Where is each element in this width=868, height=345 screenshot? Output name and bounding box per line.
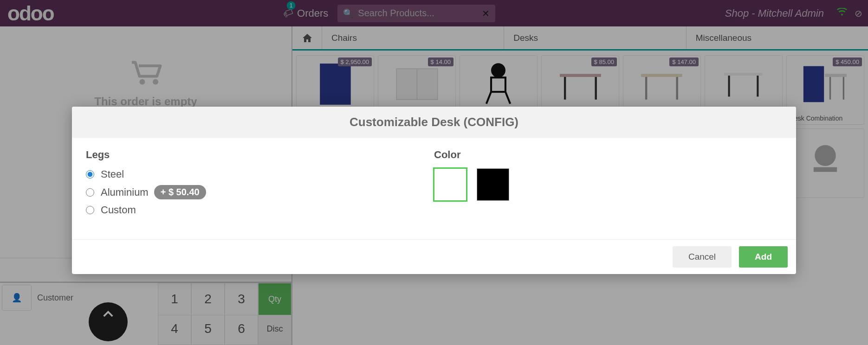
legs-option-steel[interactable]: Steel bbox=[86, 168, 434, 180]
legs-option-custom[interactable]: Custom bbox=[86, 204, 434, 216]
color-swatch-white[interactable] bbox=[434, 168, 466, 201]
color-swatch-black[interactable] bbox=[477, 168, 509, 201]
cancel-button[interactable]: Cancel bbox=[673, 246, 732, 268]
legs-radio-custom[interactable] bbox=[86, 206, 94, 214]
color-attribute: Color bbox=[434, 149, 782, 221]
legs-radio-steel[interactable] bbox=[86, 170, 94, 179]
add-button[interactable]: Add bbox=[739, 246, 788, 268]
color-heading: Color bbox=[434, 149, 782, 161]
modal-title: Customizable Desk (CONFIG) bbox=[72, 107, 796, 138]
aluminium-extra-cost: + $ 50.40 bbox=[154, 185, 206, 199]
legs-option-aluminium[interactable]: Aluminium + $ 50.40 bbox=[86, 185, 434, 199]
legs-heading: Legs bbox=[86, 149, 434, 161]
legs-attribute: Legs Steel Aluminium + $ 50.40 Custom bbox=[86, 149, 434, 221]
modal-overlay[interactable]: Customizable Desk (CONFIG) Legs Steel Al… bbox=[0, 0, 868, 345]
product-config-modal: Customizable Desk (CONFIG) Legs Steel Al… bbox=[72, 107, 796, 274]
legs-radio-aluminium[interactable] bbox=[86, 188, 94, 197]
